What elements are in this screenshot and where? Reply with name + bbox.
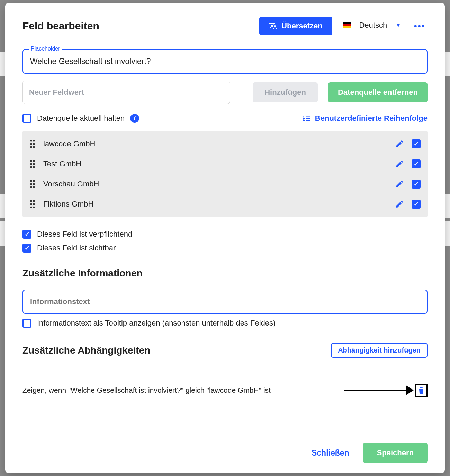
- list-item: Vorschau GmbH: [22, 174, 428, 194]
- keep-source-checkbox[interactable]: [22, 114, 32, 123]
- drag-handle-icon[interactable]: [29, 180, 36, 189]
- drag-handle-icon[interactable]: [29, 139, 36, 148]
- tooltip-row: Informationstext als Tooltip anzeigen (a…: [22, 319, 428, 328]
- translate-icon: [269, 22, 277, 30]
- tooltip-checkbox[interactable]: [22, 319, 32, 328]
- svg-point-19: [33, 200, 35, 202]
- add-dependency-button[interactable]: Abhängigkeit hinzufügen: [331, 343, 428, 358]
- custom-order-button[interactable]: Benutzerdefinierte Reihenfolge: [302, 114, 428, 123]
- list-item-label: Test GmbH: [43, 159, 387, 168]
- keep-source-label: Datenquelle aktuell halten: [37, 114, 125, 123]
- delete-dependency-button[interactable]: [415, 384, 428, 397]
- list-item-label: lawcode GmbH: [43, 139, 387, 148]
- item-visible-checkbox[interactable]: [412, 159, 421, 168]
- flag-germany-icon: [343, 22, 351, 28]
- svg-point-23: [33, 207, 35, 208]
- svg-point-4: [30, 146, 32, 148]
- edit-field-modal: Feld bearbeiten Übersetzen Deutsch ▼ •••…: [5, 3, 445, 473]
- language-label: Deutsch: [356, 21, 391, 30]
- item-visible-checkbox[interactable]: [412, 200, 421, 209]
- tooltip-label: Informationstext als Tooltip anzeigen (a…: [37, 319, 276, 328]
- svg-point-21: [33, 203, 35, 205]
- additional-info-header: Zusätzliche Informationen: [22, 268, 428, 279]
- drag-handle-icon[interactable]: [29, 200, 36, 209]
- svg-point-5: [33, 146, 35, 148]
- chevron-down-icon: ▼: [396, 22, 401, 28]
- edit-item-button[interactable]: [395, 159, 404, 168]
- edit-item-button[interactable]: [395, 180, 404, 189]
- svg-point-6: [30, 160, 32, 162]
- svg-point-0: [30, 140, 32, 141]
- modal-footer: Schließen Speichern: [22, 443, 428, 463]
- sort-icon: [302, 114, 311, 123]
- dependency-rule-row: Zeigen, wenn "Welche Gesellschaft ist in…: [22, 384, 428, 397]
- additional-info-title: Zusätzliche Informationen: [22, 268, 143, 279]
- list-divider: [22, 222, 428, 222]
- info-icon[interactable]: i: [130, 114, 139, 123]
- dependency-rule-text: Zeigen, wenn "Welche Gesellschaft ist in…: [22, 386, 271, 394]
- placeholder-fieldset: Placeholder: [22, 49, 428, 74]
- source-flags-row: Datenquelle aktuell halten i Benutzerdef…: [22, 114, 428, 123]
- svg-point-11: [33, 166, 35, 168]
- divider: [22, 362, 428, 362]
- svg-point-22: [30, 207, 32, 208]
- list-item: Test GmbH: [22, 154, 428, 174]
- modal-title: Feld bearbeiten: [22, 20, 99, 32]
- info-text-input[interactable]: [22, 290, 428, 314]
- trash-icon: [417, 386, 425, 395]
- translate-label: Übersetzen: [281, 21, 323, 30]
- list-item: Fiktions GmbH: [22, 194, 428, 214]
- required-row: Dieses Feld ist verpflichtend: [22, 230, 428, 239]
- language-select[interactable]: Deutsch ▼: [341, 19, 403, 33]
- more-menu-button[interactable]: •••: [412, 21, 428, 31]
- svg-point-1: [33, 140, 35, 141]
- divider: [22, 283, 428, 283]
- svg-point-17: [33, 186, 35, 188]
- edit-item-button[interactable]: [395, 200, 404, 209]
- svg-point-18: [30, 200, 32, 202]
- svg-point-3: [33, 143, 35, 145]
- dependencies-header: Zusätzliche Abhängigkeiten Abhängigkeit …: [22, 343, 428, 358]
- visible-label: Dieses Feld ist sichtbar: [37, 244, 116, 253]
- value-list: lawcode GmbH Test GmbH Vorschau GmbH Fik…: [22, 131, 428, 217]
- required-checkbox[interactable]: [22, 230, 32, 239]
- item-visible-checkbox[interactable]: [412, 139, 421, 148]
- edit-item-button[interactable]: [395, 139, 404, 148]
- modal-header: Feld bearbeiten Übersetzen Deutsch ▼ •••: [22, 17, 428, 35]
- svg-point-13: [33, 180, 35, 182]
- required-label: Dieses Feld ist verpflichtend: [37, 230, 132, 239]
- svg-point-2: [30, 143, 32, 145]
- svg-point-20: [30, 203, 32, 205]
- svg-point-10: [30, 166, 32, 168]
- item-visible-checkbox[interactable]: [412, 180, 421, 189]
- svg-point-15: [33, 183, 35, 185]
- visible-row: Dieses Feld ist sichtbar: [22, 244, 428, 253]
- close-button[interactable]: Schließen: [312, 448, 349, 458]
- svg-point-8: [30, 163, 32, 165]
- keep-source-current-row: Datenquelle aktuell halten i: [22, 114, 139, 123]
- placeholder-input[interactable]: [30, 57, 420, 66]
- svg-point-16: [30, 186, 32, 188]
- new-value-input[interactable]: [22, 81, 230, 104]
- visible-checkbox[interactable]: [22, 244, 32, 253]
- drag-handle-icon[interactable]: [29, 159, 36, 168]
- list-item-label: Fiktions GmbH: [43, 200, 387, 209]
- svg-point-14: [30, 183, 32, 185]
- svg-point-9: [33, 163, 35, 165]
- translate-button[interactable]: Übersetzen: [259, 17, 332, 35]
- annotation-arrow: [344, 384, 428, 397]
- save-button[interactable]: Speichern: [363, 443, 428, 463]
- svg-point-12: [30, 180, 32, 182]
- custom-order-label: Benutzerdefinierte Reihenfolge: [315, 114, 428, 123]
- new-value-row: Hinzufügen Datenquelle entfernen: [22, 81, 428, 104]
- svg-point-7: [33, 160, 35, 162]
- remove-source-button[interactable]: Datenquelle entfernen: [328, 82, 428, 102]
- add-value-button: Hinzufügen: [253, 82, 318, 102]
- dependencies-title: Zusätzliche Abhängigkeiten: [22, 345, 150, 356]
- header-actions: Übersetzen Deutsch ▼ •••: [259, 17, 428, 35]
- list-item-label: Vorschau GmbH: [43, 180, 387, 189]
- list-item: lawcode GmbH: [22, 134, 428, 154]
- placeholder-legend: Placeholder: [29, 46, 62, 52]
